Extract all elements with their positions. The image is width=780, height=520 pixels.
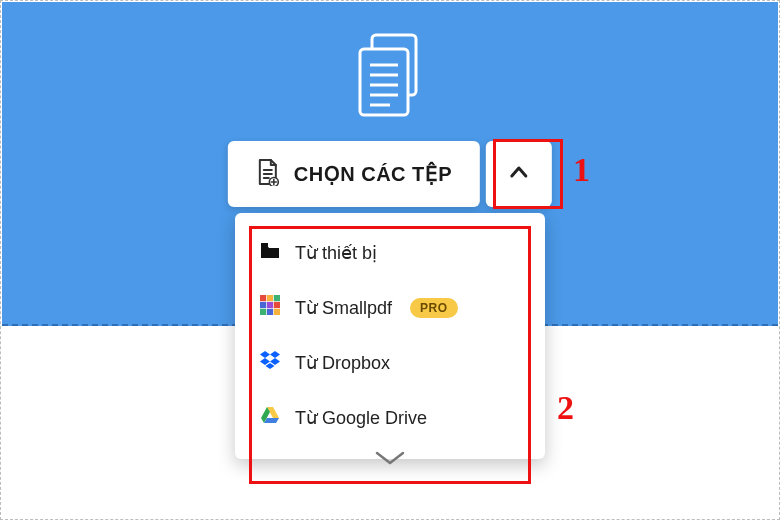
source-dropdown-menu: Từ thiết bị Từ Smallpdf PRO [235, 213, 545, 459]
menu-item-label: Từ thiết bị [295, 242, 377, 264]
svg-rect-13 [261, 243, 268, 246]
menu-item-google-drive[interactable]: Từ Google Drive [235, 390, 545, 445]
dropbox-icon [259, 349, 281, 376]
svg-marker-25 [260, 358, 270, 365]
svg-rect-16 [274, 295, 280, 301]
svg-rect-18 [267, 302, 273, 308]
documents-icon [350, 31, 430, 127]
svg-rect-17 [260, 302, 266, 308]
svg-rect-14 [260, 295, 266, 301]
svg-marker-24 [270, 351, 280, 358]
svg-marker-26 [270, 358, 280, 365]
menu-item-dropbox[interactable]: Từ Dropbox [235, 335, 545, 390]
choose-files-row: CHỌN CÁC TỆP [228, 141, 552, 207]
menu-item-label: Từ Dropbox [295, 352, 390, 374]
svg-marker-23 [260, 351, 270, 358]
svg-marker-27 [266, 363, 275, 369]
google-drive-icon [259, 404, 281, 431]
svg-rect-15 [267, 295, 273, 301]
svg-rect-21 [267, 309, 273, 315]
pro-badge: PRO [410, 298, 458, 318]
app-frame: CHỌN CÁC TỆP Từ thiết bị [0, 0, 780, 520]
folder-icon [259, 239, 281, 266]
choose-files-button[interactable]: CHỌN CÁC TỆP [228, 141, 480, 207]
svg-rect-20 [260, 309, 266, 315]
menu-item-label: Từ Google Drive [295, 407, 427, 429]
menu-item-label: Từ Smallpdf [295, 297, 392, 319]
annotation-number-2: 2 [557, 389, 574, 427]
chevron-up-icon [507, 160, 531, 188]
menu-item-smallpdf[interactable]: Từ Smallpdf PRO [235, 280, 545, 335]
source-dropdown-toggle[interactable] [486, 141, 552, 207]
chevron-down-icon [373, 449, 407, 473]
menu-item-device[interactable]: Từ thiết bị [235, 225, 545, 280]
choose-files-label: CHỌN CÁC TỆP [294, 162, 452, 186]
smallpdf-icon [259, 294, 281, 321]
svg-rect-22 [274, 309, 280, 315]
svg-rect-19 [274, 302, 280, 308]
file-add-icon [256, 158, 280, 190]
